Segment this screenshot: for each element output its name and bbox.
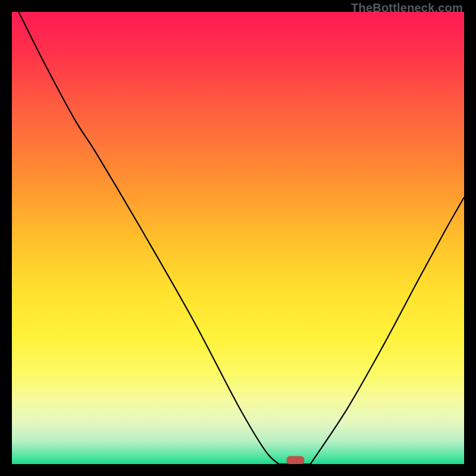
minimum-marker (287, 456, 305, 465)
chart-frame: TheBottleneck.com (0, 0, 476, 476)
gradient-background (12, 12, 464, 464)
chart-canvas (12, 12, 464, 464)
watermark-text: TheBottleneck.com (351, 1, 463, 15)
plot-area (12, 12, 464, 464)
